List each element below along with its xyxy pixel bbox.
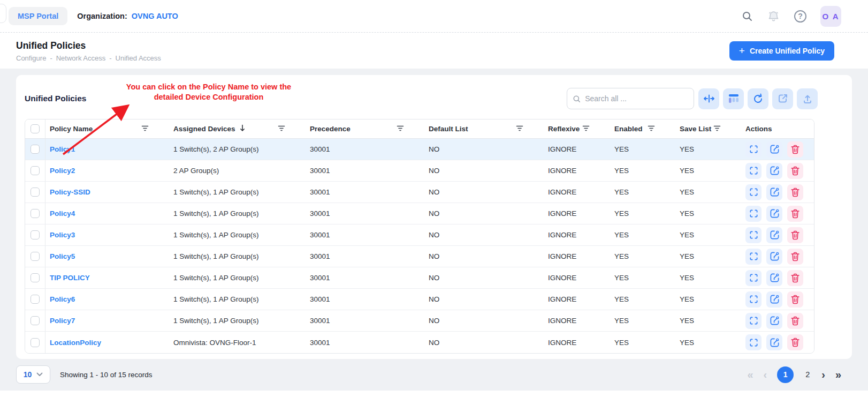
breadcrumb-item-configure[interactable]: Configure bbox=[16, 54, 46, 62]
sort-desc-icon[interactable] bbox=[239, 124, 246, 133]
column-header-enabled[interactable]: Enabled bbox=[610, 119, 675, 138]
edit-icon[interactable] bbox=[766, 184, 782, 200]
organization-value-link[interactable]: OVNG AUTO bbox=[132, 12, 178, 20]
cell-actions bbox=[741, 267, 814, 288]
column-header-policy-name[interactable]: Policy Name bbox=[45, 119, 169, 138]
delete-icon[interactable] bbox=[787, 163, 803, 179]
filter-icon[interactable] bbox=[141, 125, 149, 133]
edit-icon[interactable] bbox=[766, 249, 782, 265]
policy-name-link[interactable]: Policy6 bbox=[50, 295, 75, 303]
policy-name-link[interactable]: Policy1 bbox=[50, 145, 75, 153]
row-checkbox[interactable] bbox=[31, 188, 40, 197]
expand-icon[interactable] bbox=[745, 227, 762, 243]
row-checkbox[interactable] bbox=[31, 166, 40, 175]
breadcrumb-item-unified-access[interactable]: Unified Access bbox=[116, 54, 161, 62]
row-checkbox[interactable] bbox=[31, 295, 40, 304]
notifications-bell-icon[interactable] bbox=[767, 10, 780, 23]
edit-icon[interactable] bbox=[766, 270, 782, 286]
edit-icon[interactable] bbox=[766, 313, 782, 329]
filter-icon[interactable] bbox=[648, 125, 655, 133]
cell-default-list: NO bbox=[424, 224, 544, 245]
edit-icon[interactable] bbox=[766, 163, 782, 179]
policy-name-link[interactable]: Policy-SSID bbox=[50, 188, 90, 196]
row-checkbox[interactable] bbox=[31, 252, 40, 261]
delete-icon[interactable] bbox=[787, 291, 803, 308]
column-header-default-list[interactable]: Default List bbox=[424, 119, 544, 138]
first-page-button[interactable]: « bbox=[747, 369, 753, 380]
row-checkbox[interactable] bbox=[31, 230, 40, 239]
filter-icon[interactable] bbox=[582, 125, 590, 133]
filter-icon[interactable] bbox=[713, 125, 721, 133]
column-header-precedence[interactable]: Precedence bbox=[306, 119, 424, 138]
table-header-row: Policy Name Assigned Devices Precedence … bbox=[25, 119, 814, 139]
breadcrumb-separator: - bbox=[50, 54, 52, 62]
policy-name-link[interactable]: Policy5 bbox=[50, 252, 75, 260]
page-size-select[interactable]: 10 bbox=[16, 365, 50, 384]
row-checkbox[interactable] bbox=[31, 273, 40, 282]
delete-icon[interactable] bbox=[787, 227, 803, 243]
upload-icon[interactable] bbox=[797, 88, 818, 109]
columns-icon[interactable] bbox=[723, 88, 744, 109]
msp-portal-button[interactable]: MSP Portal bbox=[9, 7, 67, 25]
create-unified-policy-button[interactable]: + Create Unified Policy bbox=[729, 41, 834, 61]
policy-name-link[interactable]: Policy2 bbox=[50, 167, 75, 175]
select-all-checkbox[interactable] bbox=[31, 124, 40, 133]
delete-icon[interactable] bbox=[787, 334, 803, 350]
filter-icon[interactable] bbox=[397, 125, 404, 133]
page-button-1[interactable]: 1 bbox=[777, 366, 794, 383]
page-button-2[interactable]: 2 bbox=[804, 370, 811, 379]
cell-precedence: 30001 bbox=[306, 267, 424, 288]
last-page-button[interactable]: » bbox=[835, 369, 841, 380]
row-checkbox[interactable] bbox=[31, 209, 40, 218]
cell-save-list: YES bbox=[675, 139, 741, 160]
expand-icon[interactable] bbox=[745, 184, 762, 200]
filter-icon[interactable] bbox=[278, 125, 285, 133]
refresh-icon[interactable] bbox=[748, 88, 768, 109]
edit-icon[interactable] bbox=[766, 227, 782, 243]
column-header-save-list[interactable]: Save List bbox=[675, 119, 741, 138]
expand-icon[interactable] bbox=[745, 291, 762, 308]
policy-name-link[interactable]: LocationPolicy bbox=[50, 339, 101, 347]
delete-icon[interactable] bbox=[787, 313, 803, 329]
previous-page-button[interactable]: ‹ bbox=[764, 369, 767, 380]
edit-icon[interactable] bbox=[766, 141, 782, 158]
filter-icon[interactable] bbox=[516, 125, 523, 133]
expand-icon[interactable] bbox=[745, 163, 762, 179]
column-resize-icon[interactable] bbox=[698, 88, 719, 109]
delete-icon[interactable] bbox=[787, 141, 803, 158]
column-header-assigned-devices[interactable]: Assigned Devices bbox=[169, 119, 306, 138]
expand-icon[interactable] bbox=[745, 249, 762, 265]
cell-reflexive: IGNORE bbox=[544, 310, 610, 331]
row-checkbox-cell bbox=[25, 289, 45, 310]
expand-icon[interactable] bbox=[745, 334, 762, 350]
delete-icon[interactable] bbox=[787, 249, 803, 265]
row-checkbox-cell bbox=[25, 203, 45, 224]
search-input[interactable] bbox=[585, 94, 688, 103]
edit-icon[interactable] bbox=[766, 291, 782, 308]
column-header-reflexive[interactable]: Reflexive bbox=[544, 119, 610, 138]
expand-icon[interactable] bbox=[745, 141, 762, 158]
expand-icon[interactable] bbox=[745, 313, 762, 329]
sidebar-toggle-tab[interactable] bbox=[0, 4, 6, 23]
row-checkbox[interactable] bbox=[31, 145, 40, 154]
policy-name-link[interactable]: Policy4 bbox=[50, 209, 75, 218]
edit-icon[interactable] bbox=[766, 206, 782, 222]
export-icon[interactable] bbox=[772, 88, 793, 109]
search-icon[interactable] bbox=[742, 11, 753, 22]
delete-icon[interactable] bbox=[787, 206, 803, 222]
avatar[interactable]: O A bbox=[820, 6, 841, 27]
policy-name-link[interactable]: TIP POLICY bbox=[50, 274, 90, 282]
next-page-button[interactable]: › bbox=[821, 369, 825, 380]
cell-assigned-devices: 1 Switch(s), 1 AP Group(s) bbox=[169, 182, 306, 203]
policy-name-link[interactable]: Policy7 bbox=[50, 317, 75, 325]
help-icon[interactable]: ? bbox=[794, 10, 806, 23]
edit-icon[interactable] bbox=[766, 334, 782, 350]
policy-name-link[interactable]: Policy3 bbox=[50, 231, 75, 239]
expand-icon[interactable] bbox=[745, 206, 762, 222]
breadcrumb-item-network-access[interactable]: Network Access bbox=[56, 54, 105, 62]
delete-icon[interactable] bbox=[787, 184, 803, 200]
expand-icon[interactable] bbox=[745, 270, 762, 286]
row-checkbox[interactable] bbox=[31, 338, 40, 347]
row-checkbox[interactable] bbox=[31, 316, 40, 325]
delete-icon[interactable] bbox=[787, 270, 803, 286]
